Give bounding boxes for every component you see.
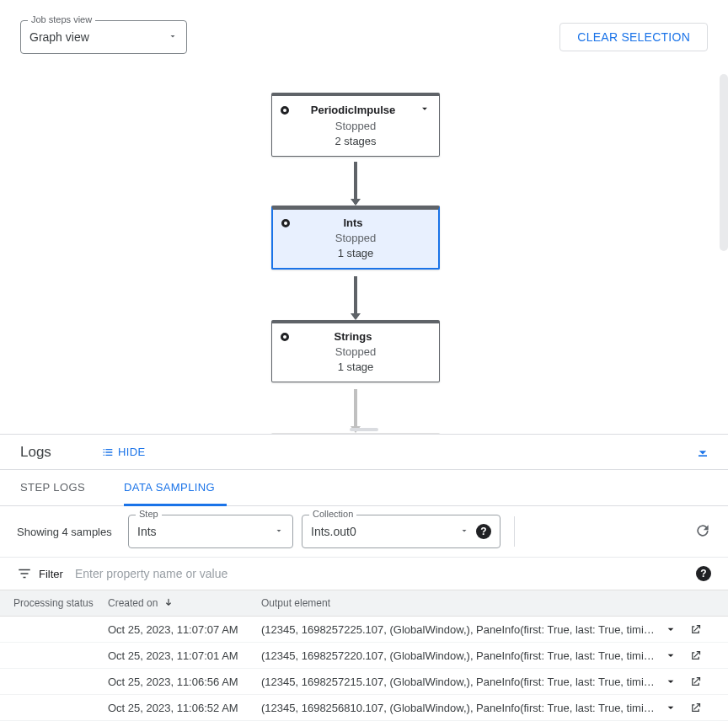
chevron-down-icon[interactable] xyxy=(417,103,431,117)
node-title: PeriodicImpulse xyxy=(289,104,417,116)
cell-created: Oct 25, 2023, 11:07:01 AM xyxy=(108,649,261,662)
cell-created: Oct 25, 2023, 11:06:56 AM xyxy=(108,676,261,688)
col-output-element[interactable]: Output element xyxy=(261,597,664,609)
cell-output: (12345, 1698257225.107, (GlobalWindow,),… xyxy=(261,623,664,636)
node-subtitle: 2 stages xyxy=(281,135,431,147)
step-select-label: Step xyxy=(136,509,162,519)
cell-output: (12345, 1698257220.107, (GlobalWindow,),… xyxy=(261,649,664,662)
samples-table: Processing status Created on Output elem… xyxy=(0,590,728,721)
hide-label: HIDE xyxy=(118,446,146,458)
logs-title: Logs xyxy=(20,444,101,461)
status-stopped-icon xyxy=(281,106,289,115)
status-stopped-icon xyxy=(281,219,290,227)
tab-step-logs[interactable]: STEP LOGS xyxy=(20,470,97,505)
expand-row-icon[interactable] xyxy=(664,701,677,714)
caret-down-icon xyxy=(168,31,178,44)
open-external-icon[interactable] xyxy=(689,623,702,636)
filter-label: Filter xyxy=(39,568,63,580)
graph-node-periodic-impulse[interactable]: PeriodicImpulse Stopped 2 stages xyxy=(271,93,440,157)
table-header: Processing status Created on Output elem… xyxy=(0,590,728,617)
list-icon xyxy=(101,446,115,459)
help-icon[interactable]: ? xyxy=(476,524,491,539)
node-subtitle: 1 stage xyxy=(281,360,431,373)
node-title: Strings xyxy=(289,330,417,343)
collection-select-label: Collection xyxy=(309,509,356,519)
table-row[interactable]: Oct 25, 2023, 11:06:56 AM (12345, 169825… xyxy=(0,669,728,695)
step-select-value: Ints xyxy=(137,525,157,538)
help-icon[interactable]: ? xyxy=(696,566,711,581)
svg-rect-0 xyxy=(699,455,707,457)
col-processing-status[interactable]: Processing status xyxy=(13,597,108,609)
table-row[interactable]: Oct 25, 2023, 11:07:01 AM (12345, 169825… xyxy=(0,643,728,669)
status-stopped-icon xyxy=(281,333,289,341)
clear-selection-button[interactable]: CLEAR SELECTION xyxy=(559,23,708,51)
node-status: Stopped xyxy=(281,232,430,244)
node-title: Ints xyxy=(290,216,416,229)
expand-row-icon[interactable] xyxy=(664,622,677,636)
cell-output: (12345, 1698257215.107, (GlobalWindow,),… xyxy=(261,676,664,688)
filter-icon xyxy=(17,566,32,581)
panel-resize-handle[interactable] xyxy=(350,428,378,431)
hide-logs-button[interactable]: HIDE xyxy=(101,446,146,459)
graph-node-strings[interactable]: Strings Stopped 1 stage xyxy=(271,320,440,382)
step-select[interactable]: Step Ints xyxy=(128,515,293,548)
graph-edge xyxy=(354,389,357,431)
graph-node-ints[interactable]: Ints Stopped 1 stage xyxy=(271,206,440,270)
sample-count-text: Showing 4 samples xyxy=(17,526,120,538)
expand-row-icon[interactable] xyxy=(664,675,677,688)
job-steps-view-select[interactable]: Job steps view Graph view xyxy=(20,20,187,54)
graph-edge xyxy=(354,162,357,204)
divider xyxy=(514,516,515,547)
cell-created: Oct 25, 2023, 11:07:07 AM xyxy=(108,623,261,636)
expand-row-icon[interactable] xyxy=(664,649,677,662)
table-row[interactable]: Oct 25, 2023, 11:06:52 AM (12345, 169825… xyxy=(0,695,728,721)
caret-down-icon xyxy=(459,526,469,538)
collection-select-value: Ints.out0 xyxy=(311,525,356,538)
job-steps-view-value: Graph view xyxy=(29,30,89,44)
graph-node-partial[interactable] xyxy=(271,433,440,435)
job-steps-view-label: Job steps view xyxy=(28,14,95,24)
node-status: Stopped xyxy=(281,345,431,358)
open-external-icon[interactable] xyxy=(689,676,702,688)
collection-select[interactable]: Collection Ints.out0 ? xyxy=(302,515,500,548)
sort-desc-icon xyxy=(163,597,174,609)
node-subtitle: 1 stage xyxy=(281,247,430,259)
logs-tabs: STEP LOGS DATA SAMPLING xyxy=(0,470,728,506)
col-created-on-label: Created on xyxy=(108,597,158,609)
filter-input[interactable] xyxy=(73,566,696,581)
caret-down-icon xyxy=(274,526,284,538)
cell-output: (12345, 1698256810.107, (GlobalWindow,),… xyxy=(261,702,664,714)
open-external-icon[interactable] xyxy=(689,702,702,714)
graph-canvas[interactable]: PeriodicImpulse Stopped 2 stages Ints St… xyxy=(0,62,728,435)
refresh-button[interactable] xyxy=(694,522,711,542)
graph-edge xyxy=(354,276,357,318)
table-row[interactable]: Oct 25, 2023, 11:07:07 AM (12345, 169825… xyxy=(0,617,728,643)
col-created-on[interactable]: Created on xyxy=(108,597,261,609)
open-external-icon[interactable] xyxy=(689,649,702,662)
collapse-panel-button[interactable] xyxy=(694,444,711,461)
node-status: Stopped xyxy=(281,120,431,132)
tab-data-sampling[interactable]: DATA SAMPLING xyxy=(124,470,227,506)
cell-created: Oct 25, 2023, 11:06:52 AM xyxy=(108,702,261,714)
